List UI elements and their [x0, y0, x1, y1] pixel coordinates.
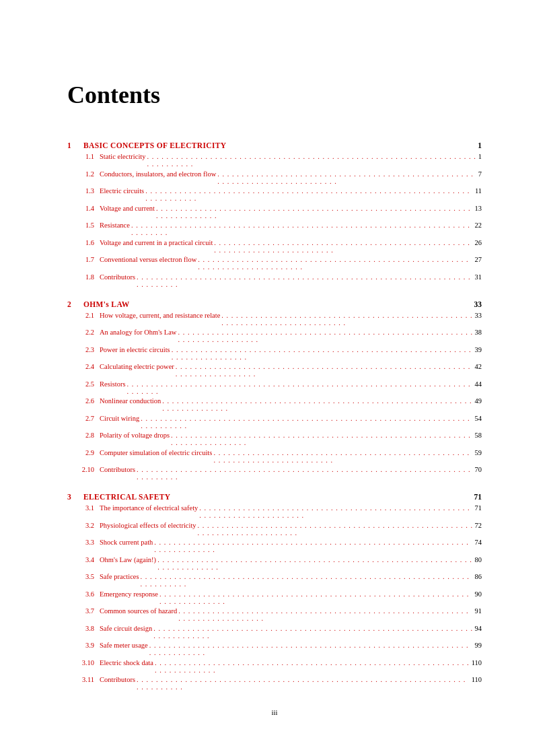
section-title-3.1: The importance of electrical safety — [100, 504, 198, 512]
section-page-3.6: 90 — [475, 590, 482, 598]
section-2.2: 2.2An analogy for Ohm's Law . . . . . . … — [67, 329, 482, 343]
chapter-page-1: 1 — [478, 141, 482, 149]
section-2.5: 2.5Resistors . . . . . . . . . . . . . .… — [67, 380, 482, 395]
section-3.1: 3.1The importance of electrical safety .… — [67, 504, 482, 519]
section-num-3.6: 3.6 — [67, 590, 100, 598]
section-dots-1.8: . . . . . . . . . . . . . . . . . . . . … — [135, 273, 474, 288]
section-2.7: 2.7Circuit wiring . . . . . . . . . . . … — [67, 415, 482, 429]
section-page-2.6: 49 — [475, 397, 482, 405]
section-dots-3.2: . . . . . . . . . . . . . . . . . . . . … — [196, 522, 475, 537]
section-title-2.1: How voltage, current, and resistance rel… — [100, 312, 220, 319]
chapter-page-2: 33 — [474, 300, 482, 308]
section-num-1.3: 1.3 — [67, 187, 100, 195]
section-num-2.1: 2.1 — [67, 312, 100, 319]
section-3.4: 3.4Ohm's Law (again!) . . . . . . . . . … — [67, 556, 482, 571]
chapter-2: 2 OHM's LAW 33 2.1How voltage, current, … — [67, 300, 482, 481]
section-title-1.8: Contributors — [100, 273, 135, 281]
section-title-1.2: Conductors, insulators, and electron flo… — [100, 170, 216, 178]
chapter-title-1: BASIC CONCEPTS OF ELECTRICITY — [81, 141, 478, 149]
section-dots-1.6: . . . . . . . . . . . . . . . . . . . . … — [213, 239, 474, 254]
section-dots-3.3: . . . . . . . . . . . . . . . . . . . . … — [153, 539, 474, 553]
section-dots-2.10: . . . . . . . . . . . . . . . . . . . . … — [135, 466, 474, 481]
section-dots-3.8: . . . . . . . . . . . . . . . . . . . . … — [152, 625, 474, 640]
section-title-3.11: Contributors — [100, 676, 135, 683]
section-3.8: 3.8Safe circuit design . . . . . . . . .… — [67, 625, 482, 640]
section-page-3.2: 72 — [475, 522, 482, 529]
section-title-1.7: Conventional versus electron flow — [100, 256, 196, 263]
section-1.3: 1.3Electric circuits . . . . . . . . . .… — [67, 187, 482, 202]
section-2.8: 2.8Polarity of voltage drops . . . . . .… — [67, 432, 482, 446]
section-3.6: 3.6Emergency response . . . . . . . . . … — [67, 590, 482, 605]
section-dots-3.5: . . . . . . . . . . . . . . . . . . . . … — [139, 573, 475, 588]
section-1.2: 1.2Conductors, insulators, and electron … — [67, 170, 482, 185]
section-dots-2.6: . . . . . . . . . . . . . . . . . . . . … — [161, 397, 474, 412]
section-3.7: 3.7Common sources of hazard . . . . . . … — [67, 607, 482, 622]
chapter-1: 1 BASIC CONCEPTS OF ELECTRICITY 1 1.1Sta… — [67, 141, 482, 288]
section-dots-3.11: . . . . . . . . . . . . . . . . . . . . … — [135, 676, 472, 691]
section-page-2.8: 58 — [475, 432, 482, 439]
section-page-2.9: 59 — [475, 449, 482, 456]
section-dots-2.5: . . . . . . . . . . . . . . . . . . . . … — [126, 380, 475, 395]
section-page-1.6: 26 — [475, 239, 482, 246]
section-title-3.8: Safe circuit design — [100, 625, 152, 632]
section-3.10: 3.10Electric shock data . . . . . . . . … — [67, 659, 482, 674]
section-2.10: 2.10Contributors . . . . . . . . . . . .… — [67, 466, 482, 481]
section-num-3.10: 3.10 — [67, 659, 100, 666]
section-title-3.3: Shock current path — [100, 539, 153, 546]
section-3.5: 3.5Safe practices . . . . . . . . . . . … — [67, 573, 482, 588]
section-dots-3.10: . . . . . . . . . . . . . . . . . . . . … — [153, 659, 472, 674]
section-title-2.10: Contributors — [100, 466, 135, 473]
section-title-1.3: Electric circuits — [100, 187, 144, 195]
section-dots-2.2: . . . . . . . . . . . . . . . . . . . . … — [176, 329, 474, 343]
section-dots-2.8: . . . . . . . . . . . . . . . . . . . . … — [170, 432, 474, 446]
section-page-1.5: 22 — [475, 221, 482, 229]
section-page-3.9: 99 — [475, 642, 482, 649]
section-num-1.1: 1.1 — [67, 153, 100, 160]
section-page-2.7: 54 — [475, 415, 482, 422]
section-page-2.5: 44 — [475, 380, 482, 388]
section-dots-2.3: . . . . . . . . . . . . . . . . . . . . … — [170, 346, 475, 361]
section-num-2.9: 2.9 — [67, 449, 100, 456]
section-3.3: 3.3Shock current path . . . . . . . . . … — [67, 539, 482, 553]
section-title-2.6: Nonlinear conduction — [100, 397, 161, 405]
section-title-1.1: Static electricity — [100, 153, 146, 160]
chapter-num-2: 2 — [67, 300, 81, 308]
section-title-1.4: Voltage and current — [100, 205, 155, 212]
section-title-3.7: Common sources of hazard — [100, 607, 177, 615]
section-page-1.3: 11 — [475, 187, 482, 195]
section-num-3.5: 3.5 — [67, 573, 100, 580]
section-1.7: 1.7Conventional versus electron flow . .… — [67, 256, 482, 271]
chapter-num-3: 3 — [67, 493, 81, 501]
section-num-3.4: 3.4 — [67, 556, 100, 563]
section-title-2.3: Power in electric circuits — [100, 346, 170, 353]
section-page-2.3: 39 — [475, 346, 482, 353]
section-1.5: 1.5Resistance . . . . . . . . . . . . . … — [67, 221, 482, 236]
section-num-3.8: 3.8 — [67, 625, 100, 632]
section-dots-3.4: . . . . . . . . . . . . . . . . . . . . … — [156, 556, 474, 571]
section-title-3.6: Emergency response — [100, 590, 158, 598]
section-title-3.10: Electric shock data — [100, 659, 153, 666]
section-dots-1.3: . . . . . . . . . . . . . . . . . . . . … — [144, 187, 475, 202]
section-dots-1.5: . . . . . . . . . . . . . . . . . . . . … — [130, 221, 475, 236]
section-num-1.6: 1.6 — [67, 239, 100, 246]
chapter-num-1: 1 — [67, 141, 81, 149]
page-footer: iii — [0, 708, 549, 716]
section-num-2.8: 2.8 — [67, 432, 100, 439]
section-3.11: 3.11Contributors . . . . . . . . . . . .… — [67, 676, 482, 691]
section-num-1.2: 1.2 — [67, 170, 100, 178]
chapter-title-3: ELECTRICAL SAFETY — [81, 493, 474, 501]
section-num-3.2: 3.2 — [67, 522, 100, 529]
section-num-3.3: 3.3 — [67, 539, 100, 546]
section-num-2.10: 2.10 — [67, 466, 100, 473]
section-1.8: 1.8Contributors . . . . . . . . . . . . … — [67, 273, 482, 288]
section-2.9: 2.9Computer simulation of electric circu… — [67, 449, 482, 464]
section-3.2: 3.2Physiological effects of electricity … — [67, 522, 482, 537]
section-page-3.4: 80 — [475, 556, 482, 563]
section-title-1.6: Voltage and current in a practical circu… — [100, 239, 213, 246]
section-page-1.7: 27 — [475, 256, 482, 263]
section-num-2.6: 2.6 — [67, 397, 100, 405]
section-2.4: 2.4Calculating electric power . . . . . … — [67, 363, 482, 378]
section-page-3.7: 91 — [475, 607, 482, 615]
section-num-2.5: 2.5 — [67, 380, 100, 388]
section-dots-2.4: . . . . . . . . . . . . . . . . . . . . … — [174, 363, 475, 378]
